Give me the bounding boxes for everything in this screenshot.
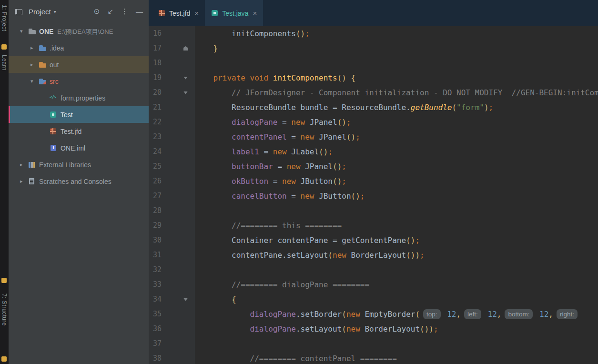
tree-item-out[interactable]: ▸out	[9, 56, 149, 73]
code-line-36[interactable]: 36 dialogPane.setLayout(new BorderLayout…	[149, 322, 598, 336]
code-line-23[interactable]: 23 contentPanel = new JPanel();	[149, 130, 598, 144]
fold-slot	[176, 26, 195, 41]
stripe-bottom-icon[interactable]	[1, 356, 7, 362]
fold-slot	[176, 248, 195, 263]
line-number[interactable]: 16	[149, 26, 176, 41]
form-class-icon	[211, 10, 219, 17]
line-number[interactable]: 17	[149, 41, 176, 56]
code-line-29[interactable]: 29 //======== this ========	[149, 218, 598, 233]
line-number[interactable]: 28	[149, 203, 176, 218]
code-line-31[interactable]: 31 contentPane.setLayout(new BorderLayou…	[149, 248, 598, 263]
line-number[interactable]: 18	[149, 56, 176, 71]
form-file-icon	[158, 10, 166, 17]
tree-item-test-jfd[interactable]: Test.jfd	[9, 123, 149, 140]
line-number[interactable]: 26	[149, 174, 176, 189]
tree-item--idea[interactable]: ▸.idea	[9, 40, 149, 56]
line-number[interactable]: 37	[149, 336, 176, 351]
tree-item-src[interactable]: ▾src	[9, 73, 149, 90]
gutter: 38	[149, 351, 195, 364]
code-text: //======== dialogPane ========	[195, 277, 369, 292]
code-line-38[interactable]: 38 //======== contentPanel ========	[149, 351, 598, 364]
line-number[interactable]: 36	[149, 322, 176, 336]
line-number[interactable]: 27	[149, 189, 176, 203]
fold-marker-icon[interactable]	[176, 292, 195, 307]
fold-marker-icon[interactable]	[176, 85, 195, 100]
chevron-down-icon[interactable]: ▾	[20, 28, 28, 34]
code-line-32[interactable]: 32	[149, 263, 598, 277]
close-icon[interactable]: ×	[253, 9, 257, 17]
code-text: label1 = new JLabel();	[195, 144, 333, 159]
code-line-28[interactable]: 28	[149, 203, 598, 218]
activity-bar: 1: Project Learn 7: Structure	[0, 0, 9, 364]
code-line-26[interactable]: 26 okButton = new JButton();	[149, 174, 598, 189]
line-number[interactable]: 31	[149, 248, 176, 263]
stripe-tool-icon[interactable]	[1, 278, 7, 283]
line-number[interactable]: 21	[149, 100, 176, 115]
tree-item-one-iml[interactable]: ONE.iml	[9, 140, 149, 156]
tool-window-button-structure[interactable]: 7: Structure	[1, 293, 8, 326]
line-number[interactable]: 33	[149, 277, 176, 292]
chevron-down-icon[interactable]: ▾	[54, 9, 56, 14]
code-text: contentPane.setLayout(new BorderLayout()…	[195, 248, 425, 263]
code-line-25[interactable]: 25 buttonBar = new JPanel();	[149, 159, 598, 174]
line-number[interactable]: 19	[149, 71, 176, 85]
code-line-18[interactable]: 18	[149, 56, 598, 71]
line-number[interactable]: 25	[149, 159, 176, 174]
line-number[interactable]: 24	[149, 144, 176, 159]
chevron-down-icon[interactable]: ▾	[30, 78, 39, 84]
locate-file-icon[interactable]: ⊙	[94, 7, 100, 16]
chevron-right-icon[interactable]: ▸	[30, 45, 39, 51]
tree-item-scratches-and-consoles[interactable]: ▸Scratches and Consoles	[9, 173, 149, 190]
code-line-16[interactable]: 16 initComponents();	[149, 26, 598, 41]
code-line-34[interactable]: 34 {	[149, 292, 598, 307]
tree-item-form-properties[interactable]: form.properties	[9, 90, 149, 106]
hide-panel-icon[interactable]: —	[136, 8, 143, 16]
code-line-30[interactable]: 30 Container contentPane = getContentPan…	[149, 233, 598, 248]
code-line-19[interactable]: 19 private void initComponents() {	[149, 71, 598, 85]
line-number[interactable]: 34	[149, 292, 176, 307]
code-line-33[interactable]: 33 //======== dialogPane ========	[149, 277, 598, 292]
more-options-icon[interactable]: ⋮	[121, 7, 128, 16]
code-line-27[interactable]: 27 cancelButton = new JButton();	[149, 189, 598, 203]
chevron-right-icon[interactable]: ▸	[20, 178, 28, 184]
tool-window-button-project[interactable]: 1: Project	[1, 5, 8, 31]
tool-window-button-learn[interactable]: Learn	[1, 55, 8, 71]
code-line-20[interactable]: 20 // JFormDesigner - Component initiali…	[149, 85, 598, 100]
line-number[interactable]: 23	[149, 130, 176, 144]
tab-test-jfd[interactable]: Test.jfd ×	[152, 0, 205, 26]
code-line-21[interactable]: 21 ResourceBundle bundle = ResourceBundl…	[149, 100, 598, 115]
line-number[interactable]: 20	[149, 85, 176, 100]
line-number[interactable]: 30	[149, 233, 176, 248]
fold-slot	[176, 263, 195, 277]
code-text: okButton = new JButton();	[195, 174, 346, 189]
gutter: 28	[149, 203, 195, 218]
panel-title[interactable]: Project	[29, 8, 51, 16]
bookmark-icon[interactable]	[1, 44, 7, 50]
tree-item-one[interactable]: ▾ONEE:\预IDEA项目\ONE	[9, 23, 149, 40]
line-number[interactable]: 32	[149, 263, 176, 277]
code-text: cancelButton = new JButton();	[195, 189, 365, 203]
tab-test-java[interactable]: Test.java ×	[205, 0, 263, 26]
chevron-right-icon[interactable]: ▸	[30, 61, 39, 68]
tree-item-test[interactable]: Test	[9, 106, 149, 123]
line-number[interactable]: 29	[149, 218, 176, 233]
code-line-35[interactable]: 35 dialogPane.setBorder(new EmptyBorder(…	[149, 307, 598, 322]
tree-item-external-libraries[interactable]: ▸External Libraries	[9, 156, 149, 173]
chevron-right-icon[interactable]: ▸	[20, 162, 28, 168]
line-number[interactable]: 38	[149, 351, 176, 364]
gutter: 31	[149, 248, 195, 263]
collapse-all-icon[interactable]: ↙	[107, 7, 113, 16]
code-line-24[interactable]: 24 label1 = new JLabel();	[149, 144, 598, 159]
code-line-37[interactable]: 37	[149, 336, 598, 351]
line-number[interactable]: 35	[149, 307, 176, 322]
gutter: 22	[149, 115, 195, 130]
code-line-17[interactable]: 17 }	[149, 41, 598, 56]
fold-slot	[176, 189, 195, 203]
fold-marker-icon[interactable]	[176, 71, 195, 85]
code-text: ResourceBundle bundle = ResourceBundle.g…	[195, 100, 493, 115]
code-line-22[interactable]: 22 dialogPane = new JPanel();	[149, 115, 598, 130]
fold-marker-icon[interactable]	[176, 41, 195, 56]
code-area[interactable]: 16 initComponents();17 }1819 private voi…	[149, 26, 598, 364]
line-number[interactable]: 22	[149, 115, 176, 130]
close-icon[interactable]: ×	[194, 9, 199, 17]
